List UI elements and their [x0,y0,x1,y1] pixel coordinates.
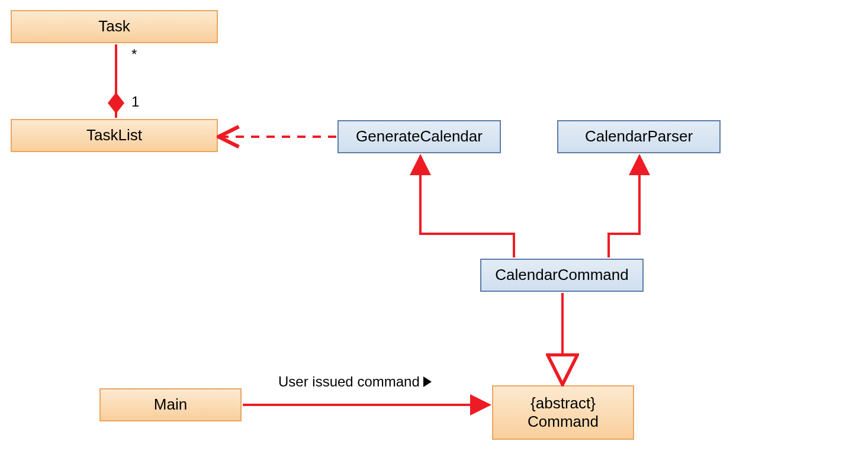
class-generate-calendar-label: GenerateCalendar [356,127,483,146]
class-generate-calendar: GenerateCalendar [337,120,501,153]
class-calendar-parser-label: CalendarParser [585,127,693,146]
class-command-abstract: {abstract} [531,394,596,413]
class-task-label: Task [98,17,130,36]
class-main-label: Main [154,395,187,414]
class-tasklist: TaskList [11,119,218,152]
composition-diamond-icon [108,92,124,114]
edge-calendarcommand-to-calendarparser [609,156,639,257]
multiplicity-task-many: * [131,46,137,63]
class-calendar-command-label: CalendarCommand [495,266,628,284]
class-tasklist-label: TaskList [86,126,142,144]
multiplicity-tasklist-one: 1 [131,94,139,110]
association-label-user-issued-command: User issued command [278,373,432,390]
class-calendar-parser: CalendarParser [557,120,721,153]
class-command: {abstract} Command [492,385,634,440]
edge-calendarcommand-to-generatecalendar [420,156,514,257]
class-main: Main [99,388,242,421]
class-command-name: Command [528,413,599,431]
class-calendar-command: CalendarCommand [480,259,644,292]
direction-triangle-icon [423,376,432,387]
class-task: Task [11,10,218,43]
association-label-text: User issued command [278,373,420,390]
